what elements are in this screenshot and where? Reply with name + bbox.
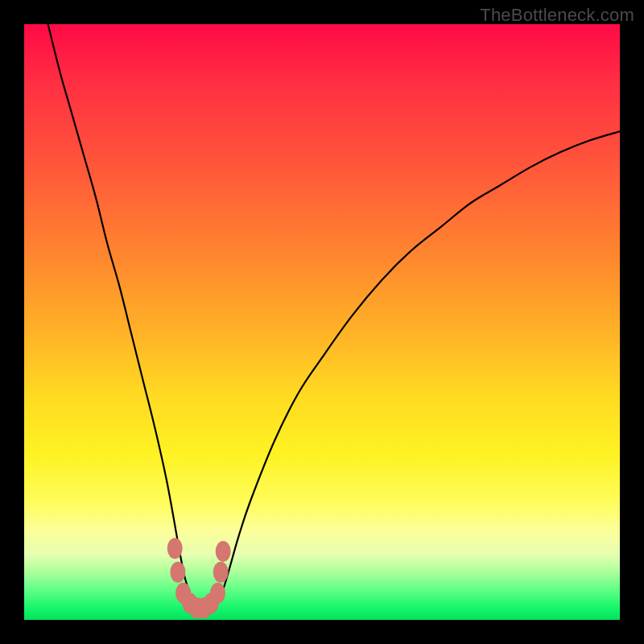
highlight-marker xyxy=(167,538,183,559)
highlight-marker xyxy=(213,562,229,583)
highlight-marker xyxy=(216,541,231,562)
highlight-markers xyxy=(167,538,231,618)
highlight-marker xyxy=(170,562,185,583)
watermark-text: TheBottleneck.com xyxy=(480,5,634,26)
curve-layer xyxy=(24,24,620,620)
chart-frame: TheBottleneck.com xyxy=(0,0,644,644)
bottleneck-curve xyxy=(48,24,620,615)
highlight-marker xyxy=(210,583,225,604)
plot-area xyxy=(24,24,620,620)
